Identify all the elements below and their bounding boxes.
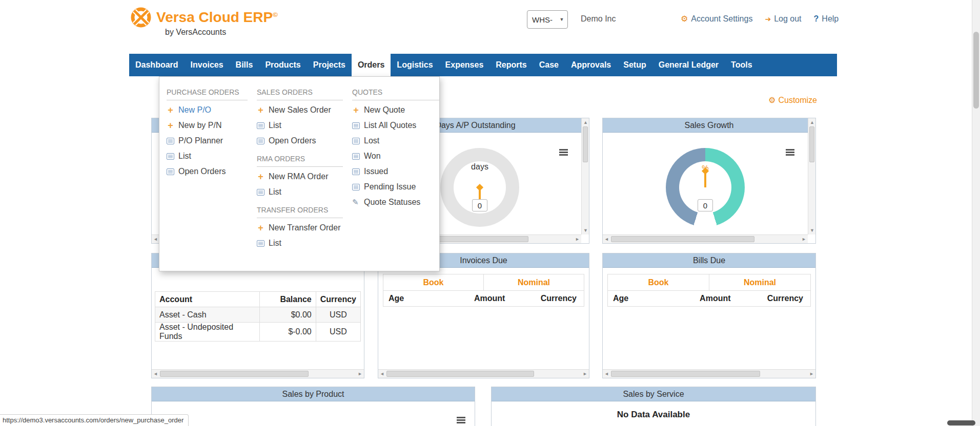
scrollbar-thumb[interactable] bbox=[386, 371, 534, 377]
scrollbar-thumb[interactable] bbox=[583, 126, 588, 162]
scroll-right-icon[interactable] bbox=[358, 371, 362, 376]
warehouse-select[interactable]: WHS- bbox=[527, 10, 568, 29]
list-icon bbox=[257, 240, 264, 247]
menu-item-po-planner[interactable]: P/O Planner bbox=[167, 133, 248, 148]
nav-item-setup[interactable]: Setup bbox=[617, 54, 652, 76]
menu-item-won[interactable]: Won bbox=[352, 148, 439, 164]
scroll-up-icon[interactable] bbox=[810, 120, 814, 125]
menu-item-po-list[interactable]: List bbox=[167, 148, 248, 164]
menu-section-title: PURCHASE ORDERS bbox=[167, 77, 248, 100]
chart-menu-icon[interactable] bbox=[457, 417, 465, 424]
help-label: Help bbox=[822, 14, 839, 24]
nav-item-logistics[interactable]: Logistics bbox=[391, 54, 439, 76]
nav-item-products[interactable]: Products bbox=[259, 54, 307, 76]
plus-icon bbox=[257, 172, 264, 181]
menu-item-new-rma-order[interactable]: New RMA Order bbox=[257, 169, 343, 184]
nav-item-invoices[interactable]: Invoices bbox=[185, 54, 230, 76]
scroll-left-icon[interactable] bbox=[604, 237, 609, 242]
sales-growth-gauge: % 0 bbox=[666, 148, 745, 227]
customize-link[interactable]: Customize bbox=[768, 95, 817, 105]
menu-item-sales-order-list[interactable]: List bbox=[257, 118, 343, 133]
menu-item-sales-open-orders[interactable]: Open Orders bbox=[257, 133, 343, 148]
widget-horizontal-scrollbar[interactable] bbox=[378, 369, 589, 378]
chart-menu-icon[interactable] bbox=[559, 149, 568, 157]
nav-item-orders[interactable]: Orders bbox=[352, 54, 391, 76]
list-icon bbox=[257, 138, 264, 144]
scrollbar-thumb[interactable] bbox=[809, 126, 814, 162]
scrollbar-thumb[interactable] bbox=[973, 32, 979, 109]
scroll-down-icon[interactable] bbox=[583, 228, 588, 233]
scroll-right-icon[interactable] bbox=[583, 371, 587, 376]
list-icon bbox=[352, 168, 360, 175]
widget-horizontal-scrollbar[interactable] bbox=[603, 235, 808, 243]
column-header-currency: Currency bbox=[316, 292, 360, 307]
menu-item-new-transfer-order[interactable]: New Transfer Order bbox=[257, 220, 343, 236]
scroll-left-icon[interactable] bbox=[153, 371, 158, 376]
nav-item-tools[interactable]: Tools bbox=[725, 54, 758, 76]
menu-item-quote-statuses[interactable]: Quote Statuses bbox=[352, 195, 439, 210]
tab-book[interactable]: Book bbox=[608, 274, 709, 290]
nav-item-case[interactable]: Case bbox=[533, 54, 565, 76]
menu-item-po-open-orders[interactable]: Open Orders bbox=[167, 164, 248, 179]
nav-item-expenses[interactable]: Expenses bbox=[439, 54, 490, 76]
scroll-left-icon[interactable] bbox=[604, 371, 609, 376]
menu-item-transfer-list[interactable]: List bbox=[257, 236, 343, 251]
widget-invoices-due: Invoices Due Book Nominal Age Amount Cur… bbox=[378, 253, 589, 378]
widget-horizontal-scrollbar[interactable] bbox=[603, 369, 815, 378]
menu-item-issued[interactable]: Issued bbox=[352, 164, 439, 179]
chart-menu-icon[interactable] bbox=[786, 149, 794, 157]
table-row[interactable]: Asset - Cash $0.00 USD bbox=[155, 307, 361, 323]
widget-vertical-scrollbar[interactable] bbox=[581, 118, 589, 235]
menu-section-title: QUOTES bbox=[352, 77, 439, 100]
scrollbar-thumb[interactable] bbox=[611, 371, 760, 377]
logo-title: Versa Cloud ERP© bbox=[156, 6, 278, 26]
nav-item-general-ledger[interactable]: General Ledger bbox=[652, 54, 725, 76]
widget-body: No Data Available bbox=[492, 401, 815, 426]
menu-item-new-po[interactable]: New P/O bbox=[167, 102, 248, 118]
scroll-down-icon[interactable] bbox=[810, 228, 814, 233]
menu-item-list-all-quotes[interactable]: List All Quotes bbox=[352, 118, 439, 133]
scroll-left-icon[interactable] bbox=[380, 371, 384, 376]
scroll-right-icon[interactable] bbox=[802, 237, 806, 242]
column-header-age: Age bbox=[608, 291, 681, 306]
menu-item-rma-list[interactable]: List bbox=[257, 184, 343, 200]
tab-book[interactable]: Book bbox=[383, 274, 483, 290]
registered-mark: © bbox=[273, 11, 278, 18]
tab-nominal[interactable]: Nominal bbox=[483, 274, 584, 290]
menu-item-label: List All Quotes bbox=[364, 121, 416, 130]
nav-item-approvals[interactable]: Approvals bbox=[565, 54, 617, 76]
widget-vertical-scrollbar[interactable] bbox=[808, 118, 815, 235]
help-link[interactable]: Help bbox=[814, 14, 839, 24]
menu-item-label: New Sales Order bbox=[269, 105, 331, 115]
menu-item-lost[interactable]: Lost bbox=[352, 133, 439, 148]
gauge-ring bbox=[666, 148, 745, 227]
scroll-up-icon[interactable] bbox=[583, 120, 588, 125]
menu-item-label: Open Orders bbox=[178, 167, 226, 176]
tab-nominal[interactable]: Nominal bbox=[709, 274, 810, 290]
scrollbar-thumb[interactable] bbox=[160, 371, 309, 377]
scrollbar-thumb[interactable] bbox=[611, 236, 754, 242]
gear-icon bbox=[768, 95, 775, 105]
account-settings-link[interactable]: Account Settings bbox=[681, 14, 752, 24]
page-horizontal-scrollbar-thumb[interactable] bbox=[947, 420, 975, 425]
widget-body: Book Nominal Age Amount Currency bbox=[378, 268, 589, 378]
nav-item-projects[interactable]: Projects bbox=[307, 54, 352, 76]
scroll-right-icon[interactable] bbox=[575, 237, 580, 242]
nav-item-reports[interactable]: Reports bbox=[489, 54, 533, 76]
menu-item-label: Issued bbox=[364, 167, 388, 176]
page-vertical-scrollbar[interactable] bbox=[972, 0, 980, 426]
nav-item-bills[interactable]: Bills bbox=[230, 54, 259, 76]
column-header-account: Account bbox=[155, 292, 260, 307]
nav-item-dashboard[interactable]: Dashboard bbox=[129, 54, 185, 76]
table-row[interactable]: Asset - Undeposited Funds $-0.00 USD bbox=[155, 323, 361, 342]
menu-item-new-sales-order[interactable]: New Sales Order bbox=[257, 102, 343, 118]
menu-item-new-quote[interactable]: New Quote bbox=[352, 102, 439, 118]
scroll-left-icon[interactable] bbox=[153, 237, 158, 242]
scroll-right-icon[interactable] bbox=[809, 371, 814, 376]
menu-item-pending-issue[interactable]: Pending Issue bbox=[352, 179, 439, 195]
menu-item-new-by-pn[interactable]: New by P/N bbox=[167, 118, 248, 133]
logout-label: Log out bbox=[774, 14, 801, 24]
customize-label: Customize bbox=[778, 96, 817, 105]
logout-link[interactable]: Log out bbox=[765, 14, 801, 24]
widget-horizontal-scrollbar[interactable] bbox=[152, 369, 364, 378]
